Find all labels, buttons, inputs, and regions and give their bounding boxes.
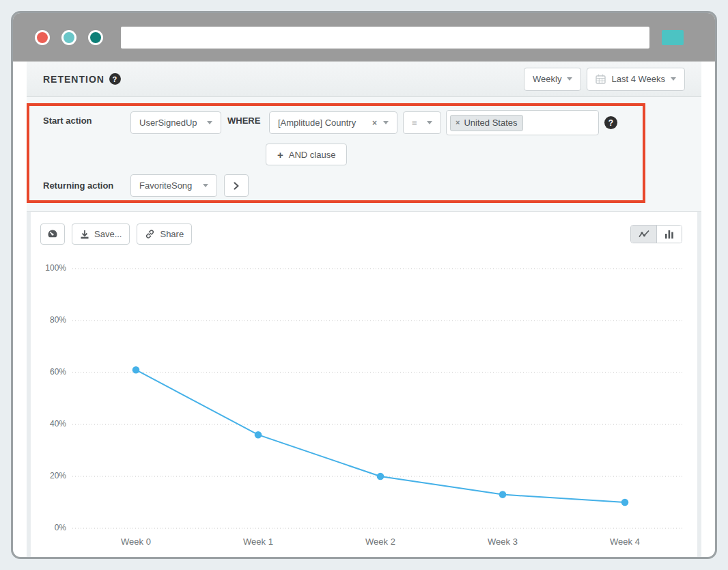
share-label: Share [160,229,184,239]
share-button[interactable]: Share [137,223,192,245]
browser-window: RETENTION ? Weekly [11,11,717,559]
maximize-window-button[interactable] [88,30,103,45]
minimize-window-button[interactable] [61,30,76,45]
y-tick-label: 20% [32,471,66,480]
query-builder: Start action UserSignedUp WHERE [Amplitu… [27,97,701,212]
where-label: WHERE [227,116,260,126]
plus-icon: + [277,149,283,161]
where-property-dropdown[interactable]: [Amplitude] Country × [269,111,397,134]
retention-series-line [136,370,625,502]
operator-dropdown[interactable]: = [403,111,441,134]
header-controls: Weekly Last 4 Weeks [524,68,685,91]
data-point [499,491,507,498]
where-help-icon[interactable]: ? [604,116,617,129]
chart-type-toggle [630,225,682,243]
x-tick-label: Week 0 [121,537,151,547]
granularity-dropdown[interactable]: Weekly [524,68,581,91]
retention-help-icon[interactable]: ? [109,73,121,85]
y-tick-label: 0% [32,523,66,532]
y-tick-label: 40% [32,419,66,429]
chevron-down-icon [427,121,432,124]
x-tick-label: Week 2 [365,537,395,547]
date-range-dropdown[interactable]: Last 4 Weeks [587,68,685,91]
page-title: RETENTION ? [43,73,121,85]
value-tag-text: United States [464,118,517,128]
returning-action-label: Returning action [43,180,113,191]
x-tick-label: Week 4 [610,537,640,547]
data-point [132,366,140,374]
returning-action-dropdown[interactable]: FavoriteSong [130,174,217,197]
chart-toolbar: Save... Share [31,223,697,245]
remove-tag-icon[interactable]: × [456,118,460,126]
where-value-input[interactable]: × United States [446,110,599,135]
y-tick-label: 60% [32,367,66,377]
value-tag[interactable]: × United States [450,115,523,131]
browser-action-button[interactable] [662,30,684,45]
chevron-down-icon [567,77,572,81]
window-controls [35,30,103,45]
chevron-down-icon [671,77,676,81]
chevron-right-icon [233,182,240,190]
returning-action-value: FavoriteSong [139,180,192,191]
and-clause-label: AND clause [289,150,336,160]
line-chart-icon [639,230,649,239]
address-bar[interactable] [121,27,649,49]
retention-line-chart [71,262,689,542]
chevron-down-icon [203,184,208,187]
operator-value: = [412,118,417,128]
chevron-down-icon [207,121,212,124]
bar-chart-icon [664,230,674,239]
y-tick-label: 80% [32,315,66,325]
browser-titlebar [13,13,715,62]
calendar-icon [596,74,606,84]
page-title-text: RETENTION [43,74,104,85]
add-and-clause-button[interactable]: + AND clause [266,144,347,165]
app-content: RETENTION ? Weekly [27,62,701,557]
expand-returning-action-button[interactable] [224,174,249,197]
x-tick-label: Week 3 [488,537,518,547]
link-icon [145,229,155,239]
bar-chart-toggle[interactable] [656,226,682,243]
save-button[interactable]: Save... [72,223,130,245]
where-property-value: [Amplitude] Country [278,118,356,128]
close-window-button[interactable] [35,30,50,45]
chart-panel: Save... Share [31,212,697,557]
start-action-dropdown[interactable]: UserSignedUp [130,111,221,134]
granularity-label: Weekly [533,74,561,84]
retention-header: RETENTION ? Weekly [27,62,701,97]
data-point [377,473,384,480]
x-tick-label: Week 1 [243,537,273,547]
remove-property-icon[interactable]: × [372,118,377,128]
y-tick-label: 100% [32,263,66,273]
save-label: Save... [94,229,122,239]
chevron-down-icon [383,121,389,124]
start-action-label: Start action [43,116,92,126]
data-point [621,499,629,506]
line-chart-toggle[interactable] [631,226,656,243]
start-action-value: UserSignedUp [139,118,197,128]
date-range-label: Last 4 Weeks [611,74,665,84]
add-to-dashboard-button[interactable] [40,223,65,245]
dashboard-gauge-icon [47,229,58,239]
data-point [255,431,262,439]
download-icon [80,230,89,239]
